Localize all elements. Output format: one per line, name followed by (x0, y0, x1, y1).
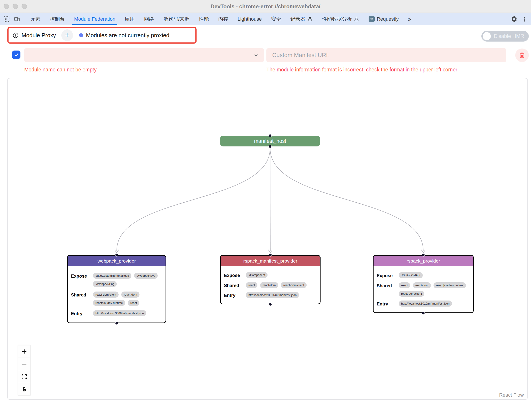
toolbar-right (506, 13, 531, 25)
node-title: rspack_manifest_provider (221, 255, 320, 266)
shared-row: Shared react react-dom react-dom/client (224, 282, 317, 288)
toolbar-divider (24, 15, 24, 22)
zoom-in-button[interactable] (18, 345, 30, 358)
entry-url: http://localhost:3011/mf-manifest.json (246, 292, 299, 298)
toggle-device-toolbar-button[interactable] (12, 13, 22, 25)
tab-requestly[interactable]: Requestly (364, 13, 403, 25)
flow-controls (18, 345, 30, 395)
shared-row: Shared react-dom/client react-dom react/… (71, 292, 162, 306)
react-flow-attribution[interactable]: React Flow (499, 392, 524, 398)
lock-button[interactable] (18, 383, 30, 395)
module-name-select[interactable] (24, 48, 264, 62)
entry-url: http://localhost:3009/mf-manifest.json (93, 310, 146, 316)
node-title: rspack_provider (374, 255, 473, 266)
delete-module-button[interactable] (515, 48, 529, 62)
edge-host-to-webpack (117, 148, 270, 251)
shared-item: react-dom (260, 282, 278, 288)
module-enabled-checkbox[interactable] (12, 51, 20, 59)
shared-item: react (399, 282, 410, 288)
shared-row: Shared react react-dom react/jsx-dev-run… (377, 282, 470, 297)
node-manifest-host[interactable]: manifest_host (220, 136, 320, 147)
manifest-url-error: The module information format is incorre… (266, 67, 457, 73)
expose-item: ./WebpackPng (93, 281, 117, 287)
fit-view-button[interactable] (18, 370, 30, 383)
tab-network[interactable]: 网络 (139, 13, 159, 25)
edge-host-to-rspack-manifest (270, 148, 271, 251)
inspect-element-button[interactable] (1, 13, 12, 25)
expose-item: ./useCustomRemoteHook (93, 273, 131, 279)
tab-performance[interactable]: 性能 (194, 13, 214, 25)
arrowhead-icon (115, 250, 119, 253)
more-tabs-button[interactable]: » (403, 13, 416, 25)
tab-elements[interactable]: 元素 (26, 13, 45, 25)
shared-item: react (128, 300, 139, 306)
entry-label: Entry (71, 310, 91, 316)
info-icon[interactable] (13, 32, 19, 38)
shared-item: react/jsx-dev-runtime (93, 300, 125, 306)
node-webpack-provider[interactable]: webpack_provider Expose ./useCustomRemot… (67, 255, 166, 323)
settings-button[interactable] (509, 14, 519, 24)
tab-application[interactable]: 应用 (120, 13, 139, 25)
entry-row: Entry http://localhost:3009/mf-manifest.… (71, 310, 162, 316)
disable-hmr-toggle[interactable]: Disable HMR (481, 31, 529, 42)
devtools-window: DevTools - chrome-error://chromewebdata/… (0, 0, 531, 420)
entry-label: Entry (377, 300, 396, 307)
chevron-down-icon (253, 52, 259, 58)
expose-item: ./WebpackSvg (134, 273, 158, 279)
arrowhead-icon (268, 250, 273, 253)
check-icon (14, 52, 19, 58)
fit-view-icon (21, 374, 27, 380)
toggle-knob (483, 32, 491, 40)
plus-icon (21, 348, 27, 355)
entry-label: Entry (224, 292, 244, 298)
tab-memory[interactable]: 内存 (214, 13, 233, 25)
expose-item: ./ButtonOldAnt (399, 272, 423, 278)
tab-lighthouse[interactable]: Lighthouse (233, 13, 267, 25)
entry-url: http://localhost:3010/mf-manifest.json (399, 300, 452, 307)
node-rspack-provider[interactable]: rspack_provider Expose ./ButtonOldAnt Sh… (373, 255, 474, 313)
shared-item: react (246, 282, 258, 288)
panel-tabs: 元素 控制台 Module Federation 应用 网络 源代码/来源 性能… (26, 13, 416, 25)
window-title: DevTools - chrome-error://chromewebdata/ (0, 0, 531, 13)
shared-label: Shared (377, 282, 396, 297)
shared-item: react-dom (413, 282, 431, 288)
flow-canvas[interactable]: manifest_host webpack_provider Expose ./… (7, 78, 528, 400)
requestly-icon (369, 16, 375, 22)
gear-icon (511, 16, 517, 22)
trash-icon (519, 52, 525, 59)
module-name-error: Module name can not be empty (24, 67, 97, 73)
shared-item: react-dom/client (399, 291, 424, 297)
menu-button[interactable] (519, 14, 530, 24)
tab-sources[interactable]: 源代码/来源 (159, 13, 194, 25)
tab-console[interactable]: 控制台 (45, 13, 69, 25)
tab-performance-insights[interactable]: 性能数据分析 (317, 13, 364, 25)
arrowhead-icon (421, 250, 425, 253)
flow-edges (8, 78, 528, 400)
unlock-icon (21, 386, 27, 392)
inspect-cursor-icon (3, 16, 10, 22)
entry-row: Entry http://localhost:3010/mf-manifest.… (377, 300, 470, 307)
toolbar-divider (506, 16, 506, 22)
experimental-flask-icon (354, 16, 359, 22)
add-proxy-button[interactable]: + (61, 30, 73, 41)
custom-manifest-url-input[interactable] (266, 48, 506, 62)
zoom-out-button[interactable] (18, 358, 30, 370)
expose-label: Expose (71, 273, 91, 287)
shared-label: Shared (71, 292, 91, 306)
tab-module-federation[interactable]: Module Federation (69, 13, 120, 25)
edge-host-to-rspack (270, 148, 424, 251)
experimental-flask-icon (307, 16, 313, 22)
expose-label: Expose (377, 272, 396, 278)
entry-row: Entry http://localhost:3011/mf-manifest.… (224, 292, 317, 298)
devtools-toolbar: 元素 控制台 Module Federation 应用 网络 源代码/来源 性能… (0, 13, 531, 25)
three-dot-menu-icon (521, 16, 528, 22)
shared-item: react-dom/client (281, 282, 306, 288)
shared-label: Shared (224, 282, 244, 288)
proxy-status-text: Modules are not currently proxied (86, 32, 169, 39)
node-rspack-manifest-provider[interactable]: rspack_manifest_provider Expose ./Compon… (220, 255, 320, 304)
device-toolbar-icon (14, 16, 20, 22)
minus-icon (21, 361, 27, 367)
tab-security[interactable]: 安全 (266, 13, 286, 25)
tab-recorder[interactable]: 记录器 (286, 13, 317, 25)
expose-row: Expose ./ButtonOldAnt (377, 272, 470, 278)
